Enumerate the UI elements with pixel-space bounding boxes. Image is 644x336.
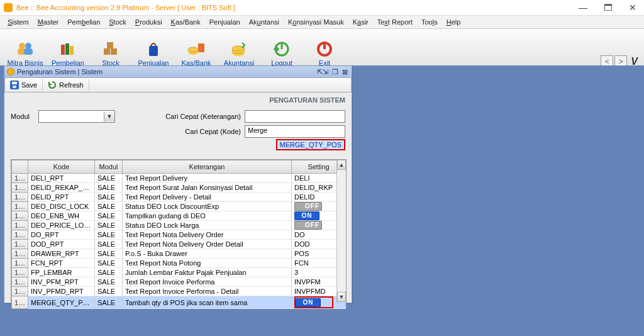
menu-item[interactable]: Konsinyasi Masuk <box>284 17 348 27</box>
table-row[interactable]: 134DELID_REKAP_RPTSALEText Report Surat … <box>12 183 346 193</box>
menu-item[interactable]: Sistem <box>4 17 33 27</box>
table-row[interactable]: 133DELI_RPTSALEText Report DeliveryDELI <box>12 174 346 183</box>
menu-item[interactable]: Pembelian <box>64 17 104 27</box>
maximize-button[interactable]: 🗖 <box>600 3 616 13</box>
svg-rect-22 <box>13 86 16 88</box>
cell-kode: DEO_PRICE_LOCK <box>28 221 95 230</box>
col-kode[interactable]: Kode <box>28 160 95 174</box>
table-row[interactable]: 143FP_LEMBARSALEJumlah Lembar Faktur Paj… <box>12 268 346 277</box>
cell-rownum: 141 <box>12 249 28 259</box>
cell-rownum: 133 <box>12 174 28 183</box>
menu-item[interactable]: Tools <box>418 17 441 27</box>
table-row[interactable]: 141DRAWER_RPTSALEP.o.S - Buka DrawerPOS <box>12 249 346 259</box>
cell-kode: DO_RPT <box>28 230 95 240</box>
label-cari-kode: Cari Cepat (Kode) <box>115 128 241 135</box>
tool-exit[interactable]: Exit <box>304 34 345 67</box>
books-icon <box>58 40 78 58</box>
refresh-icon <box>48 81 57 89</box>
section-caption: PENGATURAN SISTEM <box>4 92 352 110</box>
col-modul[interactable]: Modul <box>95 160 123 174</box>
col-keterangan[interactable]: Keterangan <box>123 160 292 174</box>
cell-modul: SALE <box>95 259 123 268</box>
coins-stack-icon <box>229 40 249 58</box>
refresh-button[interactable]: Refresh <box>43 79 89 91</box>
internal-window-titlebar[interactable]: Pengaturan Sistem | Sistem ⇱⇲ ❐ ⊠ <box>4 66 352 77</box>
menu-item[interactable]: Penjualan <box>206 17 244 27</box>
cell-modul: SALE <box>95 211 123 221</box>
autocomplete-suggestion[interactable]: MERGE_QTY_POS <box>276 139 345 150</box>
scroll-down-button[interactable]: ▼ <box>337 292 346 302</box>
tool-penjualan[interactable]: Penjualan <box>133 34 174 67</box>
iwin-max-button[interactable]: ❐ <box>331 68 340 76</box>
cell-modul: SALE <box>95 183 123 193</box>
minimize-button[interactable]: — <box>575 3 591 13</box>
cell-kode: DELI_RPT <box>28 174 95 183</box>
menu-item[interactable]: Text Report <box>374 17 416 27</box>
table-row[interactable]: 140DOD_RPTSALEText Report Nota Delivery … <box>12 240 346 249</box>
menu-item[interactable]: Akuntansi <box>245 17 283 27</box>
cell-keterangan: Text Report Invoice Performa <box>123 277 292 287</box>
menu-item[interactable]: Stock <box>105 17 130 27</box>
toggle-off[interactable]: OFF <box>294 221 322 230</box>
scrollbar[interactable]: ▲ ▼ <box>336 160 346 302</box>
table-row[interactable]: 142FCN_RPTSALEText Report Nota PotongFCN <box>12 259 346 268</box>
menu-bar: SistemMasterPembelianStockProduksiKas/Ba… <box>0 16 644 29</box>
close-button[interactable]: ✕ <box>625 3 640 13</box>
menu-item[interactable]: Help <box>443 17 465 27</box>
cell-modul: SALE <box>95 230 123 240</box>
svg-rect-3 <box>24 48 33 55</box>
cell-modul: SALE <box>95 202 123 211</box>
table-row[interactable]: 145INV_PFMD_RPTSALEText Report Invoice P… <box>12 287 346 296</box>
iwin-close-button[interactable]: ⊠ <box>341 68 349 76</box>
tool-kasbank[interactable]: Kas/Bank <box>176 34 216 67</box>
tool-stock[interactable]: Stock <box>91 34 131 67</box>
boxes-icon <box>101 40 121 58</box>
cell-rownum: 140 <box>12 240 28 249</box>
save-button[interactable]: Save <box>5 79 43 91</box>
table-row[interactable]: 139DO_RPTSALEText Report Nota Delivery O… <box>12 230 346 240</box>
toggle-on-highlight[interactable]: ON <box>294 296 333 308</box>
tool-pembelian[interactable]: Pembelian <box>48 34 88 67</box>
svg-rect-13 <box>198 43 204 52</box>
table-row[interactable]: 136DEO_DISC_LOCKSALEStatus DEO Lock Disc… <box>12 202 346 211</box>
svg-rect-4 <box>61 45 65 55</box>
cell-keterangan: Jumlah Lembar Faktur Pajak Penjualan <box>123 268 292 277</box>
tool-mitrabisnis[interactable]: Mitra Bisnis <box>5 34 45 67</box>
svg-rect-7 <box>104 48 110 55</box>
cell-rownum: 137 <box>12 211 28 221</box>
scroll-up-button[interactable]: ▲ <box>337 160 346 170</box>
cell-modul: SALE <box>95 249 123 259</box>
iwin-restore-button[interactable]: ⇱⇲ <box>316 68 330 76</box>
cell-kode: INV_PFM_RPT <box>28 277 95 287</box>
modul-select[interactable]: ▼ <box>38 110 115 123</box>
table-row[interactable]: 138DEO_PRICE_LOCKSALEStatus DEO Lock Har… <box>12 221 346 230</box>
tool-logout[interactable]: Logout <box>262 34 302 67</box>
menu-item[interactable]: Kasir <box>349 17 372 27</box>
cell-kode: FP_LEMBAR <box>28 268 95 277</box>
tool-akuntansi[interactable]: Akuntansi <box>219 34 259 67</box>
menu-item[interactable]: Kas/Bank <box>167 17 204 27</box>
svg-rect-19 <box>323 42 326 49</box>
save-icon <box>10 81 19 89</box>
cell-kode: DEO_DISC_LOCK <box>28 202 95 211</box>
cell-rownum: 143 <box>12 268 28 277</box>
svg-point-12 <box>188 47 198 52</box>
coins-icon <box>186 40 206 58</box>
cell-rownum: 138 <box>12 221 28 230</box>
table-row[interactable]: 146MERGE_QTY_POSSALETambah qty di POS ji… <box>12 296 346 309</box>
people-icon <box>15 40 35 58</box>
label-cari-keterangan: Cari Cepat (Keterangan) <box>115 113 241 120</box>
col-rownum[interactable] <box>12 160 28 174</box>
table-row[interactable]: 144INV_PFM_RPTSALEText Report Invoice Pe… <box>12 277 346 287</box>
menu-item[interactable]: Master <box>34 17 63 27</box>
cell-keterangan: Status DEO Lock DiscountExp <box>123 202 292 211</box>
cari-kode-input[interactable]: Merge <box>245 125 345 138</box>
cell-rownum: 134 <box>12 183 28 193</box>
cell-kode: DOD_RPT <box>28 240 95 249</box>
table-row[interactable]: 137DEO_ENB_WHSALETampilkan gudang di DEO… <box>12 211 346 221</box>
toggle-on[interactable]: ON <box>294 211 319 220</box>
toggle-off[interactable]: OFF <box>294 202 322 211</box>
table-row[interactable]: 135DELID_RPTSALEText Report Delivery - D… <box>12 193 346 202</box>
menu-item[interactable]: Produksi <box>131 17 166 27</box>
cari-keterangan-input[interactable] <box>245 110 345 123</box>
